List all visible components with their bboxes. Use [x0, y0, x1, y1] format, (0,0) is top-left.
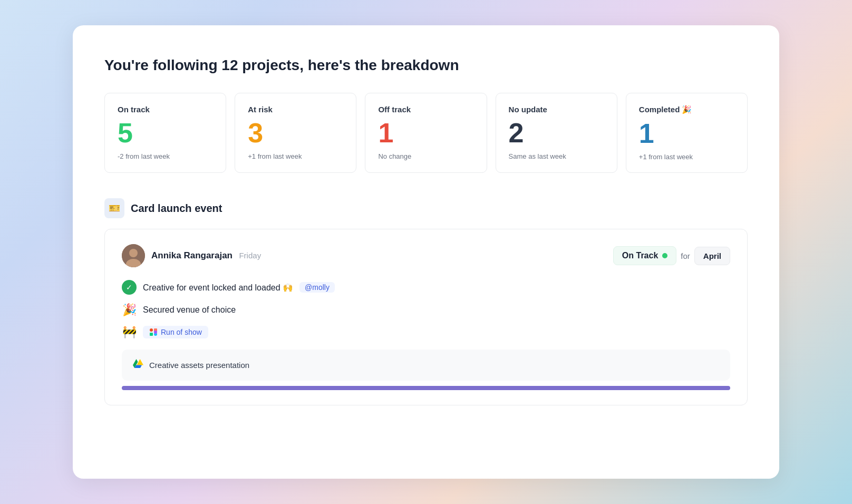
asset-label: Creative assets presentation	[149, 361, 249, 370]
status-badge-container: On Track for April	[613, 246, 730, 265]
author-name: Annika Rangarajan	[151, 250, 233, 260]
page-title: You're following 12 projects, here's the…	[104, 57, 748, 74]
check-icon: ✓	[122, 280, 137, 295]
item-text-0: Creative for event locked and loaded 🙌	[143, 283, 293, 293]
update-item-0: ✓ Creative for event locked and loaded 🙌…	[122, 280, 730, 295]
run-of-show-label: Run of show	[161, 328, 202, 336]
status-text: On Track	[622, 251, 658, 260]
month-badge: April	[694, 247, 730, 265]
author-info: Annika Rangarajan Friday	[151, 250, 261, 261]
status-dot	[662, 253, 667, 258]
stat-card-off-track[interactable]: Off track 1 No change	[365, 93, 487, 173]
svg-rect-3	[150, 328, 153, 332]
section-title: Card launch event	[131, 202, 222, 215]
figma-icon	[149, 328, 158, 336]
update-card: Annika Rangarajan Friday On Track for Ap…	[104, 229, 748, 405]
stat-change-at-risk: +1 from last week	[248, 152, 343, 160]
main-card: You're following 12 projects, here's the…	[73, 25, 779, 479]
project-icon: 🎫	[104, 198, 124, 218]
stat-card-at-risk[interactable]: At risk 3 +1 from last week	[235, 93, 356, 173]
update-items: ✓ Creative for event locked and loaded 🙌…	[122, 280, 730, 339]
party-icon: 🎉	[122, 303, 137, 317]
progress-bar	[122, 386, 730, 390]
gdrive-icon	[132, 358, 144, 372]
construction-icon: 🚧	[122, 325, 137, 339]
update-header: Annika Rangarajan Friday On Track for Ap…	[122, 244, 730, 267]
for-label: for	[681, 251, 690, 260]
author-date: Friday	[239, 251, 261, 260]
svg-point-1	[129, 249, 138, 257]
item-text-1: Secured venue of choice	[143, 305, 236, 315]
stat-number-at-risk: 3	[248, 118, 343, 148]
svg-point-7	[154, 331, 157, 334]
stat-card-on-track[interactable]: On track 5 -2 from last week	[104, 93, 226, 173]
svg-rect-5	[150, 333, 153, 336]
stat-label-completed: Completed 🎉	[639, 105, 734, 114]
stat-label-on-track: On track	[118, 105, 213, 114]
update-item-1: 🎉 Secured venue of choice	[122, 303, 730, 317]
run-of-show-link[interactable]: Run of show	[143, 326, 208, 338]
status-badge: On Track	[613, 246, 676, 265]
stat-change-completed: +1 from last week	[639, 153, 734, 161]
stat-change-off-track: No change	[378, 152, 473, 160]
stat-label-no-update: No update	[509, 105, 604, 114]
avatar	[122, 244, 145, 267]
stat-card-no-update[interactable]: No update 2 Same as last week	[496, 93, 617, 173]
stat-number-no-update: 2	[509, 118, 604, 148]
section-header: 🎫 Card launch event	[104, 198, 748, 218]
asset-row: Creative assets presentation	[122, 350, 730, 381]
stat-change-on-track: -2 from last week	[118, 152, 213, 160]
mention-molly[interactable]: @molly	[299, 282, 335, 293]
stat-number-on-track: 5	[118, 118, 213, 148]
stat-label-off-track: Off track	[378, 105, 473, 114]
stat-label-at-risk: At risk	[248, 105, 343, 114]
stat-number-completed: 1	[639, 119, 734, 149]
stat-number-off-track: 1	[378, 118, 473, 148]
stat-card-completed[interactable]: Completed 🎉 1 +1 from last week	[626, 93, 748, 173]
stat-change-no-update: Same as last week	[509, 152, 604, 160]
update-item-2: 🚧 Run of show	[122, 325, 730, 339]
update-author: Annika Rangarajan Friday	[122, 244, 261, 267]
stats-row: On track 5 -2 from last week At risk 3 +…	[104, 93, 748, 173]
